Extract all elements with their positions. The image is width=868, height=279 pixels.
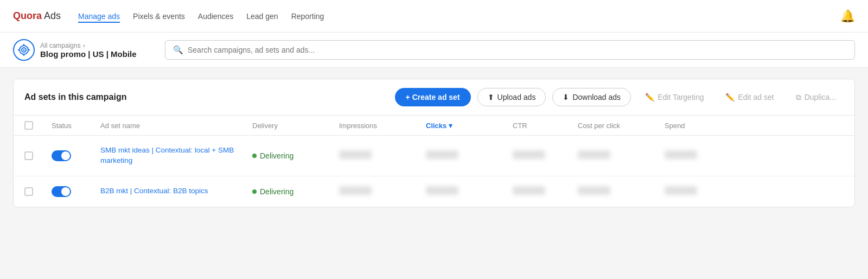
select-all-checkbox[interactable]	[24, 121, 33, 130]
row2-ad-set-name[interactable]: B2B mkt | Contextual: B2B topics	[100, 186, 252, 196]
table-row: B2B mkt | Contextual: B2B topics Deliver…	[14, 176, 854, 207]
row2-toggle	[52, 186, 100, 197]
pencil-icon-2: ✏️	[725, 93, 735, 102]
row2-ctr-value	[513, 186, 545, 195]
row1-clicks-value	[426, 150, 458, 159]
th-spend: Spend	[665, 122, 730, 130]
toolbar-title: Ad sets in this campaign	[24, 92, 388, 102]
edit-adset-button[interactable]: ✏️ Edit ad set	[718, 88, 781, 106]
nav-right: 🔔	[840, 9, 855, 23]
row1-cpc	[578, 150, 665, 161]
upload-ads-button[interactable]: ⬆ Upload ads	[477, 88, 546, 106]
main-content: Ad sets in this campaign + Create ad set…	[0, 68, 868, 218]
row1-delivery-status: Delivering	[252, 151, 339, 160]
row1-spend	[665, 150, 730, 161]
row2-impressions-value	[339, 186, 372, 195]
row1-impressions	[339, 150, 426, 161]
row1-select-checkbox[interactable]	[24, 151, 33, 160]
edit-targeting-button[interactable]: ✏️ Edit Targeting	[637, 88, 711, 106]
row2-ctr	[513, 186, 578, 196]
th-impressions: Impressions	[339, 122, 426, 130]
search-bar: 🔍	[165, 40, 855, 60]
th-delivery: Delivery	[252, 122, 339, 130]
row1-spend-value	[665, 150, 697, 159]
breadcrumb-current: Blog promo | US | Mobile	[40, 49, 137, 59]
bell-icon[interactable]: 🔔	[840, 9, 855, 23]
row2-delivery-status: Delivering	[252, 187, 339, 196]
breadcrumb-text: All campaigns › Blog promo | US | Mobile	[40, 42, 137, 59]
download-ads-button[interactable]: ⬇ Download ads	[552, 88, 631, 106]
upload-icon: ⬆	[488, 93, 494, 102]
chevron-right-icon: ›	[83, 42, 85, 49]
row1-impressions-value	[339, 150, 372, 159]
row1-status-dot	[252, 154, 257, 158]
pencil-icon: ✏️	[645, 93, 654, 102]
row1-ctr	[513, 150, 578, 161]
logo-quora: Quora	[13, 10, 42, 22]
row2-status-toggle[interactable]	[52, 186, 71, 197]
breadcrumb-parent[interactable]: All campaigns ›	[40, 42, 137, 49]
duplicate-button[interactable]: ⧉ Duplica...	[788, 88, 844, 106]
row2-cpc-value	[578, 186, 610, 195]
logo-ads: Ads	[44, 10, 61, 22]
sort-desc-icon: ▾	[449, 122, 452, 130]
row1-cpc-value	[578, 150, 610, 159]
nav-link-reporting[interactable]: Reporting	[291, 10, 324, 23]
nav-link-manage-ads[interactable]: Manage ads	[78, 10, 120, 23]
row2-spend-value	[665, 186, 697, 195]
th-ctr: CTR	[513, 122, 578, 130]
nav-left: Quora Ads Manage ads Pixels & events Aud…	[13, 10, 324, 23]
row1-ad-set-name[interactable]: SMB mkt ideas | Contextual: local + SMB …	[100, 145, 252, 166]
table-row: SMB mkt ideas | Contextual: local + SMB …	[14, 136, 854, 176]
row2-cpc	[578, 186, 665, 196]
row2-clicks-value	[426, 186, 458, 195]
nav-links: Manage ads Pixels & events Audiences Lea…	[78, 10, 324, 23]
top-nav: Quora Ads Manage ads Pixels & events Aud…	[0, 0, 868, 33]
row1-clicks	[426, 150, 513, 161]
svg-point-2	[23, 49, 25, 51]
th-name: Ad set name	[100, 122, 252, 130]
table-header: Status Ad set name Delivery Impressions …	[14, 116, 854, 136]
th-clicks[interactable]: Clicks ▾	[426, 122, 513, 130]
campaign-icon	[13, 39, 35, 61]
nav-link-pixels[interactable]: Pixels & events	[133, 10, 185, 23]
table-card: Ad sets in this campaign + Create ad set…	[13, 79, 855, 207]
row1-ctr-value	[513, 150, 545, 159]
row1-status-toggle[interactable]	[52, 150, 71, 161]
nav-link-leadgen[interactable]: Lead gen	[246, 10, 278, 23]
breadcrumb-section: All campaigns › Blog promo | US | Mobile	[13, 39, 154, 61]
search-input[interactable]	[188, 46, 847, 54]
row2-impressions	[339, 186, 426, 196]
nav-link-audiences[interactable]: Audiences	[198, 10, 233, 23]
logo: Quora Ads	[13, 10, 61, 22]
row2-clicks	[426, 186, 513, 196]
th-checkbox	[24, 121, 52, 130]
row2-select-checkbox[interactable]	[24, 187, 33, 196]
copy-icon: ⧉	[796, 93, 801, 102]
row1-checkbox	[24, 151, 52, 160]
th-cpc: Cost per click	[578, 122, 665, 130]
download-icon: ⬇	[563, 93, 569, 102]
toolbar: Ad sets in this campaign + Create ad set…	[14, 79, 854, 116]
row2-spend	[665, 186, 730, 196]
create-ad-set-button[interactable]: + Create ad set	[395, 88, 471, 106]
subheader: All campaigns › Blog promo | US | Mobile…	[0, 33, 868, 68]
row1-toggle	[52, 150, 100, 161]
row2-checkbox	[24, 187, 52, 196]
row2-status-dot	[252, 189, 257, 194]
th-status: Status	[52, 122, 100, 130]
search-icon: 🔍	[173, 45, 183, 55]
